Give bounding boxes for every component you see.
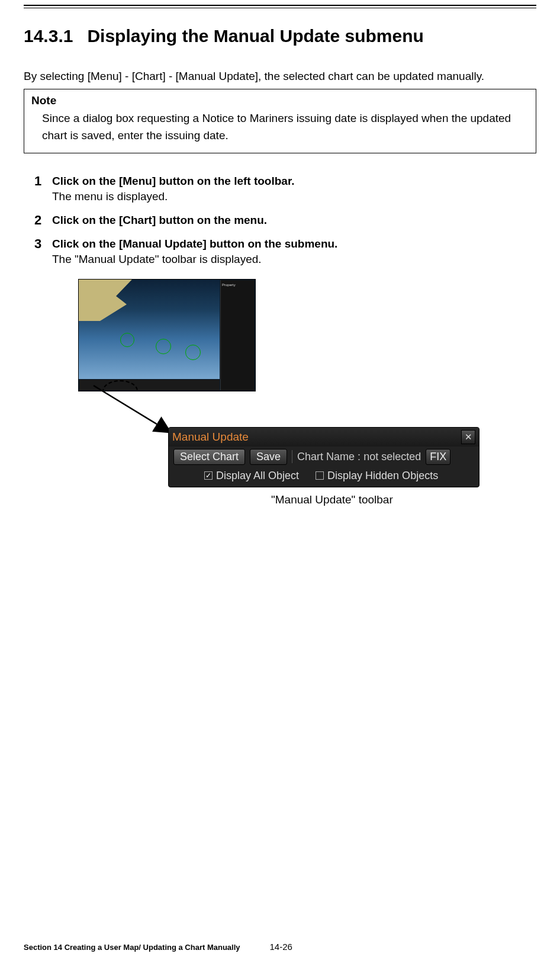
note-text: Since a dialog box requesting a Notice t… — [31, 110, 529, 145]
display-hidden-objects-checkbox[interactable]: Display Hidden Objects — [316, 470, 438, 482]
figure-caption: "Manual Update" toolbar — [271, 493, 393, 506]
step-1: Click on the [Menu] button on the left t… — [34, 175, 536, 203]
close-button[interactable]: ✕ — [461, 430, 475, 444]
step-3-body: The "Manual Update" toolbar is displayed… — [52, 253, 536, 266]
checkbox-checked-icon — [204, 471, 213, 480]
display-hidden-objects-label: Display Hidden Objects — [327, 470, 438, 482]
note-title: Note — [31, 94, 529, 107]
step-2-head: Click on the [Chart] button on the menu. — [52, 214, 536, 227]
intro-paragraph: By selecting [Menu] - [Chart] - [Manual … — [24, 70, 536, 83]
section-heading: 14.3.1Displaying the Manual Update subme… — [24, 26, 536, 46]
figure-area: Property Manual Update — [52, 279, 536, 516]
step-1-head: Click on the [Menu] button on the left t… — [52, 175, 536, 188]
thumb-bottom-bar — [79, 380, 220, 382]
chart-name-label: Chart Name : not selected — [297, 451, 421, 463]
step-2: Click on the [Chart] button on the menu. — [34, 214, 536, 227]
section-number: 14.3.1 — [24, 26, 73, 46]
fix-button[interactable]: FIX — [426, 449, 450, 465]
checkbox-unchecked-icon — [316, 471, 324, 480]
step-3: Click on the [Manual Update] button on t… — [34, 237, 536, 516]
footer-section: Section 14 Creating a User Map/ Updating… — [24, 943, 240, 952]
page-footer: Section 14 Creating a User Map/ Updating… — [24, 942, 292, 952]
note-box: Note Since a dialog box requesting a Not… — [24, 89, 536, 153]
step-1-body: The menu is displayed. — [52, 190, 536, 203]
section-title-text: Displaying the Manual Update submenu — [87, 26, 423, 46]
select-chart-button[interactable]: Select Chart — [173, 449, 245, 465]
display-all-object-checkbox[interactable]: Display All Object — [204, 470, 299, 482]
save-button[interactable]: Save — [250, 449, 287, 465]
display-all-object-label: Display All Object — [216, 470, 299, 482]
divider — [292, 450, 292, 463]
footer-page: 14-26 — [270, 942, 292, 952]
step-3-head: Click on the [Manual Update] button on t… — [52, 237, 536, 251]
toolbar-title: Manual Update — [172, 431, 461, 444]
close-icon: ✕ — [465, 432, 472, 442]
chart-screenshot: Property — [78, 279, 256, 391]
manual-update-toolbar: Manual Update ✕ Select Chart Save Chart … — [168, 427, 479, 487]
svg-line-0 — [94, 386, 169, 432]
steps-list: Click on the [Menu] button on the left t… — [24, 175, 536, 516]
